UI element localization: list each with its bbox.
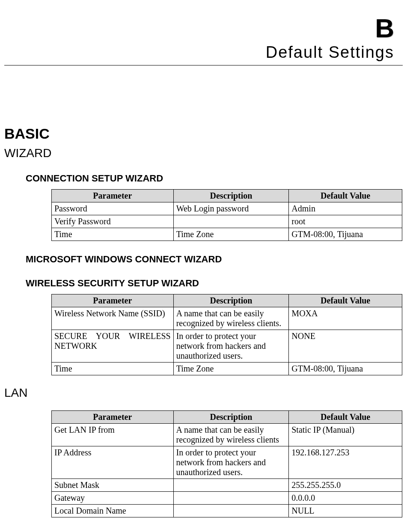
- table-row: Local Domain Name NULL: [52, 505, 402, 517]
- table-row: Subnet Mask 255.255.255.0: [52, 479, 402, 492]
- table-row: SECURE YOUR WIRELESS NETWORK In order to…: [52, 330, 402, 363]
- cell-desc: [173, 215, 289, 228]
- header-description: Description: [173, 294, 289, 307]
- table-header-row: Parameter Description Default Value: [52, 294, 402, 307]
- table-row: Get LAN IP from A name that can be easil…: [52, 424, 402, 446]
- table-row: Verify Password root: [52, 215, 402, 228]
- cell-val: GTM-08:00, Tijuana: [289, 363, 402, 375]
- cell-val: 255.255.255.0: [289, 479, 402, 492]
- cell-param: IP Address: [52, 446, 174, 479]
- cell-desc: [173, 492, 289, 505]
- header-default-value: Default Value: [289, 190, 402, 202]
- header-description: Description: [173, 190, 289, 202]
- table-row: Password Web Login password Admin: [52, 202, 402, 215]
- heading-basic: BASIC: [4, 125, 403, 142]
- cell-val: MOXA: [289, 307, 402, 330]
- header-description: Description: [173, 411, 289, 424]
- table-header-row: Parameter Description Default Value: [52, 411, 402, 424]
- cell-val: NONE: [289, 330, 402, 363]
- header-parameter: Parameter: [52, 190, 174, 202]
- cell-param: Gateway: [52, 492, 174, 505]
- cell-desc: Time Zone: [173, 363, 289, 375]
- table-row: Time Time Zone GTM-08:00, Tijuana: [52, 228, 402, 241]
- cell-desc: [173, 479, 289, 492]
- cell-val: Admin: [289, 202, 402, 215]
- cell-desc: In order to protect your network from ha…: [173, 446, 289, 479]
- cell-desc: A name that can be easily recognized by …: [173, 307, 289, 330]
- appendix-title: Default Settings: [4, 43, 403, 65]
- table-row: Gateway 0.0.0.0: [52, 492, 402, 505]
- cell-param: Get LAN IP from: [52, 424, 174, 446]
- table-row: Wireless Network Name (SSID) A name that…: [52, 307, 402, 330]
- cell-desc: Web Login password: [173, 202, 289, 215]
- cell-desc: In order to protect your network from ha…: [173, 330, 289, 363]
- cell-param: SECURE YOUR WIRELESS NETWORK: [52, 330, 174, 363]
- cell-val: 0.0.0.0: [289, 492, 402, 505]
- cell-param: Local Domain Name: [52, 505, 174, 517]
- cell-val: 192.168.127.253: [289, 446, 402, 479]
- cell-param: Verify Password: [52, 215, 174, 228]
- cell-desc: A name that can be easily recognized by …: [173, 424, 289, 446]
- cell-desc: Time Zone: [173, 228, 289, 241]
- heading-wizard: WIZARD: [4, 146, 403, 160]
- cell-param: Subnet Mask: [52, 479, 174, 492]
- header-parameter: Parameter: [52, 411, 174, 424]
- cell-val: root: [289, 215, 402, 228]
- heading-connection-setup-wizard: CONNECTION SETUP WIZARD: [26, 173, 403, 184]
- table-lan: Parameter Description Default Value Get …: [51, 410, 402, 517]
- cell-param: Time: [52, 228, 174, 241]
- header-default-value: Default Value: [289, 411, 402, 424]
- appendix-letter: B: [4, 9, 403, 43]
- header-parameter: Parameter: [52, 294, 174, 307]
- heading-lan: LAN: [4, 386, 403, 400]
- table-row: Time Time Zone GTM-08:00, Tijuana: [52, 363, 402, 375]
- divider: [4, 65, 403, 65]
- table-wireless-security-setup-wizard: Parameter Description Default Value Wire…: [51, 294, 402, 375]
- table-row: IP Address In order to protect your netw…: [52, 446, 402, 479]
- cell-param: Wireless Network Name (SSID): [52, 307, 174, 330]
- table-header-row: Parameter Description Default Value: [52, 190, 402, 202]
- cell-val: NULL: [289, 505, 402, 517]
- cell-param: Time: [52, 363, 174, 375]
- cell-param: Password: [52, 202, 174, 215]
- cell-val: Static IP (Manual): [289, 424, 402, 446]
- cell-val: GTM-08:00, Tijuana: [289, 228, 402, 241]
- table-connection-setup-wizard: Parameter Description Default Value Pass…: [51, 189, 402, 241]
- heading-ms-windows-connect-wizard: MICROSOFT WINDOWS CONNECT WIZARD: [26, 254, 403, 265]
- cell-desc: [173, 505, 289, 517]
- heading-wireless-security-setup-wizard: WIRELESS SECURITY SETUP WIZARD: [26, 278, 403, 289]
- header-default-value: Default Value: [289, 294, 402, 307]
